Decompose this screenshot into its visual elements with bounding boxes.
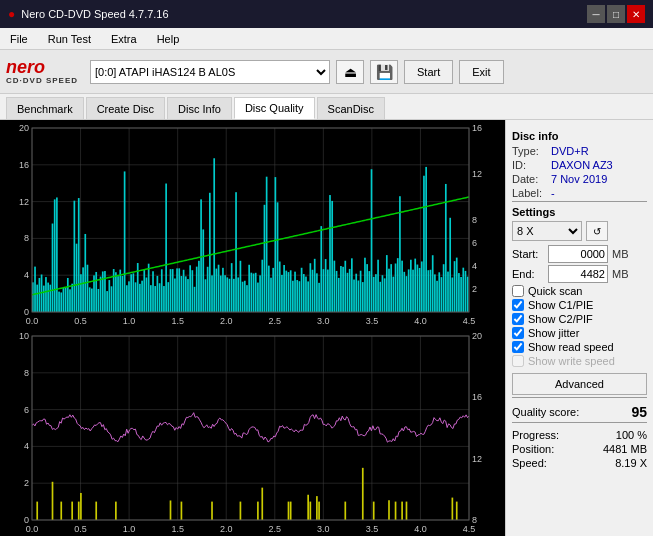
show-write-speed-checkbox[interactable]	[512, 355, 524, 367]
quality-score-label: Quality score:	[512, 406, 579, 418]
date-value: 7 Nov 2019	[551, 173, 607, 185]
end-unit: MB	[612, 268, 629, 280]
menu-bar: File Run Test Extra Help	[0, 28, 653, 50]
menu-extra[interactable]: Extra	[107, 32, 141, 46]
label-value: -	[551, 187, 555, 199]
advanced-button[interactable]: Advanced	[512, 373, 647, 395]
position-row: Position: 4481 MB	[512, 443, 647, 455]
settings-title: Settings	[512, 206, 647, 218]
exit-button[interactable]: Exit	[459, 60, 503, 84]
window-controls: ─ □ ✕	[587, 5, 645, 23]
type-label: Type:	[512, 145, 547, 157]
end-label: End:	[512, 268, 544, 280]
id-label: ID:	[512, 159, 547, 171]
start-unit: MB	[612, 248, 629, 260]
show-jitter-row: Show jitter	[512, 327, 647, 339]
tab-disc-quality[interactable]: Disc Quality	[234, 97, 315, 119]
progress-value: 100 %	[616, 429, 647, 441]
tab-benchmark[interactable]: Benchmark	[6, 97, 84, 119]
show-jitter-checkbox[interactable]	[512, 327, 524, 339]
title-bar-left: ● Nero CD-DVD Speed 4.7.7.16	[8, 7, 169, 21]
logo-nero: nero	[6, 58, 45, 76]
show-write-speed-label: Show write speed	[528, 355, 615, 367]
show-c2pif-row: Show C2/PIF	[512, 313, 647, 325]
right-panel: Disc info Type: DVD+R ID: DAXON AZ3 Date…	[505, 120, 653, 536]
show-c1pie-checkbox[interactable]	[512, 299, 524, 311]
show-c2pif-label: Show C2/PIF	[528, 313, 593, 325]
quick-scan-label: Quick scan	[528, 285, 582, 297]
refresh-button[interactable]: ↺	[586, 221, 608, 241]
show-write-speed-row: Show write speed	[512, 355, 647, 367]
progress-label: Progress:	[512, 429, 559, 441]
disc-id-row: ID: DAXON AZ3	[512, 159, 647, 171]
show-c1pie-label: Show C1/PIE	[528, 299, 593, 311]
position-value: 4481 MB	[603, 443, 647, 455]
tab-disc-info[interactable]: Disc Info	[167, 97, 232, 119]
title-bar: ● Nero CD-DVD Speed 4.7.7.16 ─ □ ✕	[0, 0, 653, 28]
main-content: Disc info Type: DVD+R ID: DAXON AZ3 Date…	[0, 120, 653, 536]
type-value: DVD+R	[551, 145, 589, 157]
start-row: Start: MB	[512, 245, 647, 263]
divider-2	[512, 397, 647, 398]
menu-run-test[interactable]: Run Test	[44, 32, 95, 46]
position-label: Position:	[512, 443, 554, 455]
quality-score-value: 95	[631, 404, 647, 420]
progress-section: Progress: 100 % Position: 4481 MB Speed:…	[512, 429, 647, 469]
start-label: Start:	[512, 248, 544, 260]
end-input[interactable]	[548, 265, 608, 283]
maximize-button[interactable]: □	[607, 5, 625, 23]
app-icon: ●	[8, 7, 15, 21]
disc-info-title: Disc info	[512, 130, 647, 142]
tab-scan-disc[interactable]: ScanDisc	[317, 97, 385, 119]
tab-create-disc[interactable]: Create Disc	[86, 97, 165, 119]
menu-help[interactable]: Help	[153, 32, 184, 46]
quick-scan-row: Quick scan	[512, 285, 647, 297]
toolbar: nero CD·DVD SPEED [0:0] ATAPI iHAS124 B …	[0, 50, 653, 94]
tab-bar: Benchmark Create Disc Disc Info Disc Qua…	[0, 94, 653, 120]
show-c2pif-checkbox[interactable]	[512, 313, 524, 325]
show-read-speed-row: Show read speed	[512, 341, 647, 353]
save-button[interactable]: 💾	[370, 60, 398, 84]
show-read-speed-label: Show read speed	[528, 341, 614, 353]
disc-date-row: Date: 7 Nov 2019	[512, 173, 647, 185]
show-read-speed-checkbox[interactable]	[512, 341, 524, 353]
disc-type-row: Type: DVD+R	[512, 145, 647, 157]
logo-subtitle: CD·DVD SPEED	[6, 76, 78, 85]
drive-select[interactable]: [0:0] ATAPI iHAS124 B AL0S	[90, 60, 330, 84]
quality-score-row: Quality score: 95	[512, 404, 647, 420]
divider-3	[512, 422, 647, 423]
app-title: Nero CD-DVD Speed 4.7.7.16	[21, 8, 168, 20]
show-jitter-label: Show jitter	[528, 327, 579, 339]
date-label: Date:	[512, 173, 547, 185]
eject-button[interactable]: ⏏	[336, 60, 364, 84]
speed-select[interactable]: 8 X 4 X 6 X 12 X 16 X	[512, 221, 582, 241]
close-button[interactable]: ✕	[627, 5, 645, 23]
disc-label-row: Label: -	[512, 187, 647, 199]
speed-row: 8 X 4 X 6 X 12 X 16 X ↺	[512, 221, 647, 241]
menu-file[interactable]: File	[6, 32, 32, 46]
app-logo: nero CD·DVD SPEED	[6, 58, 78, 85]
id-value: DAXON AZ3	[551, 159, 613, 171]
label-label: Label:	[512, 187, 547, 199]
speed-value: 8.19 X	[615, 457, 647, 469]
quick-scan-checkbox[interactable]	[512, 285, 524, 297]
minimize-button[interactable]: ─	[587, 5, 605, 23]
chart-canvas	[0, 120, 505, 536]
start-input[interactable]	[548, 245, 608, 263]
start-button[interactable]: Start	[404, 60, 453, 84]
end-row: End: MB	[512, 265, 647, 283]
show-c1pie-row: Show C1/PIE	[512, 299, 647, 311]
speed-row: Speed: 8.19 X	[512, 457, 647, 469]
progress-row: Progress: 100 %	[512, 429, 647, 441]
divider-1	[512, 201, 647, 202]
speed-label: Speed:	[512, 457, 547, 469]
chart-area	[0, 120, 505, 536]
